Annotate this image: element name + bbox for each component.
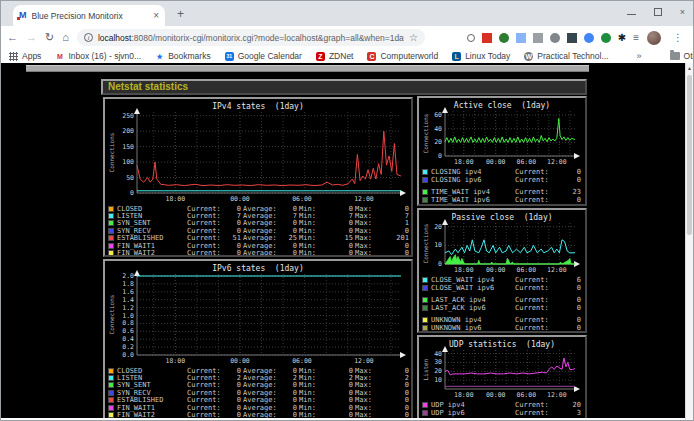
- legend-stat-key: Max:: [355, 249, 393, 257]
- computerworld-icon: C: [367, 52, 376, 61]
- bookmarks-overflow-icon[interactable]: »: [637, 51, 642, 61]
- forward-icon[interactable]: →: [26, 32, 37, 43]
- legend-stat-key: Current:: [515, 276, 561, 284]
- legend-stat-key: Current:: [515, 196, 561, 204]
- other-bookmarks-label: Other bookmarks: [684, 51, 694, 61]
- legend-row: CLOSING ipv4Current:0: [422, 168, 583, 176]
- legend-label: LAST_ACK ipv4: [431, 296, 515, 304]
- svg-text:Listen: Listen: [422, 358, 429, 380]
- svg-text:12:00: 12:00: [547, 158, 567, 166]
- svg-text:150: 150: [122, 143, 134, 151]
- globe-icon[interactable]: [499, 33, 509, 43]
- bookmark-practical-technol-[interactable]: WPractical Technol...: [524, 51, 608, 61]
- scrollbar-up-icon[interactable]: ▲: [686, 65, 693, 71]
- legend-stat-key: Current:: [515, 296, 561, 304]
- active-close-legend: CLOSING ipv4Current:0CLOSING ipv6Current…: [419, 167, 585, 204]
- bookmark-label: Inbox (16) - sjvn0...: [68, 51, 141, 61]
- bookmark-zdnet[interactable]: ZZDNet: [316, 51, 354, 61]
- profile-avatar[interactable]: [647, 31, 661, 45]
- bookmark-label: Bookmarks: [168, 51, 211, 61]
- legend-stat-key: Current:: [515, 401, 561, 409]
- bookmark-label: Linux Today: [465, 51, 510, 61]
- svg-text:Connections: Connections: [422, 223, 429, 263]
- mail-checker-icon[interactable]: [482, 33, 492, 43]
- bookmark-computerworld[interactable]: CComputerworld: [367, 51, 438, 61]
- chart-svg: 1020304018:0000:0006:0012:00UDP statisti…: [421, 338, 583, 400]
- pin-icon[interactable]: ✱: [618, 33, 626, 43]
- browser-menu-icon[interactable]: ⋮: [669, 32, 687, 43]
- bookmarks-bar: AppsMInbox (16) - sjvn0...★Bookmarks31Go…: [1, 49, 693, 63]
- window-controls: ×: [627, 3, 685, 21]
- reader-icon[interactable]: [533, 33, 543, 43]
- legend-row: CLOSING ipv6Current:0: [422, 176, 583, 184]
- passive-close-chart[interactable]: 0102018:0000:0006:0012:00Passive close (…: [419, 211, 585, 275]
- svg-text:Passive close (1day): Passive close (1day): [451, 213, 552, 222]
- pages-icon[interactable]: [516, 33, 526, 43]
- vertical-scrollbar[interactable]: ▲: [685, 63, 693, 421]
- legend-swatch: [422, 285, 428, 291]
- new-tab-button[interactable]: +: [177, 7, 184, 21]
- legend-label: CLOSING ipv4: [431, 168, 515, 176]
- legend-row: LAST_ACK ipv6Current:0: [422, 304, 583, 312]
- bookmark-apps[interactable]: Apps: [9, 51, 41, 61]
- maximize-button-icon[interactable]: [654, 8, 662, 16]
- bookmark-bookmarks[interactable]: ★Bookmarks: [155, 51, 211, 61]
- bookmark-google-calendar[interactable]: 31Google Calendar: [225, 51, 302, 61]
- page-info-icon[interactable]: i: [84, 33, 93, 42]
- legend-row: FIN_WAIT2Current:0Average:0Min:0Max:0: [108, 249, 409, 256]
- calendar-icon: 31: [225, 52, 234, 61]
- bookmark-inbox-16-sjvn0-[interactable]: MInbox (16) - sjvn0...: [55, 51, 141, 61]
- tab-close-icon[interactable]: ×: [153, 10, 159, 21]
- browser-tab[interactable]: M Blue Precision Monitorix ×: [13, 5, 165, 26]
- dark-app-icon[interactable]: [567, 33, 577, 43]
- close-window-button-icon[interactable]: ×: [680, 8, 685, 17]
- back-icon[interactable]: ←: [7, 32, 18, 43]
- search-icon[interactable]: [467, 34, 475, 42]
- svg-text:06:00: 06:00: [517, 391, 537, 399]
- legend-swatch: [422, 305, 428, 311]
- star-icon: ★: [155, 52, 164, 61]
- legend-label: FIN_WAIT2: [117, 249, 187, 257]
- svg-text:UDP statistics (1day): UDP statistics (1day): [449, 340, 555, 349]
- svg-text:Connections: Connections: [108, 132, 115, 172]
- legend-label: UDP ipv6: [431, 409, 515, 417]
- legend-swatch: [108, 382, 114, 388]
- address-bar[interactable]: i localhost:8080/monitorix-cgi/monitorix…: [77, 29, 425, 46]
- reload-icon[interactable]: ↻: [45, 32, 54, 43]
- svg-text:50: 50: [126, 174, 134, 182]
- svg-text:20: 20: [434, 138, 442, 146]
- legend-stat-value: 23: [561, 188, 583, 196]
- legend-row: CLOSE_WAIT ipv6Current:0: [422, 284, 583, 292]
- ipv6-states-chart[interactable]: 0.00.20.40.60.81.01.21.41.61.82.018:0000…: [105, 262, 411, 366]
- udp-statistics-legend: UDP ipv4Current:20UDP ipv6Current:3: [419, 400, 585, 417]
- active-close-chart[interactable]: 020406018:0000:0006:0012:00Active close …: [419, 99, 585, 167]
- green-dot-icon[interactable]: [601, 33, 611, 43]
- svg-text:10: 10: [434, 241, 442, 249]
- home-icon[interactable]: ⌂: [62, 32, 69, 43]
- wheel-icon[interactable]: [550, 33, 560, 43]
- bookmark-linux-today[interactable]: LLinux Today: [452, 51, 510, 61]
- other-bookmarks-button[interactable]: Other bookmarks: [670, 51, 694, 61]
- svg-text:0: 0: [130, 189, 134, 197]
- svg-text:40: 40: [434, 125, 442, 133]
- blue-dot-icon[interactable]: [584, 33, 594, 43]
- chart-svg: 020406018:0000:0006:0012:00Active close …: [421, 99, 583, 167]
- legend-stat-key: Current:: [515, 188, 561, 196]
- ipv4-states-chart[interactable]: 05010015020025018:0000:0006:0012:00IPv4 …: [105, 100, 411, 204]
- linux-today-icon: L: [452, 52, 461, 61]
- scrollbar-thumb[interactable]: [687, 75, 692, 235]
- bookmark-label: Computerworld: [380, 51, 438, 61]
- svg-text:00:00: 00:00: [230, 357, 250, 365]
- minimize-button-icon[interactable]: [627, 10, 636, 15]
- legend-swatch: [108, 250, 114, 256]
- list-icon[interactable]: ≡: [633, 33, 639, 43]
- svg-text:0.4: 0.4: [122, 335, 134, 343]
- legend-label: CLOSE_WAIT ipv6: [431, 284, 515, 292]
- bookmark-label: Google Calendar: [238, 51, 302, 61]
- udp-statistics-chart[interactable]: 1020304018:0000:0006:0012:00UDP statisti…: [419, 338, 585, 400]
- legend-label: UNKNOWN ipv6: [431, 324, 515, 332]
- svg-text:20: 20: [434, 367, 442, 375]
- chart-svg: 05010015020025018:0000:0006:0012:00IPv4 …: [107, 100, 409, 204]
- legend-stat-key: Current:: [187, 249, 225, 257]
- bookmark-star-icon[interactable]: ☆: [409, 32, 418, 43]
